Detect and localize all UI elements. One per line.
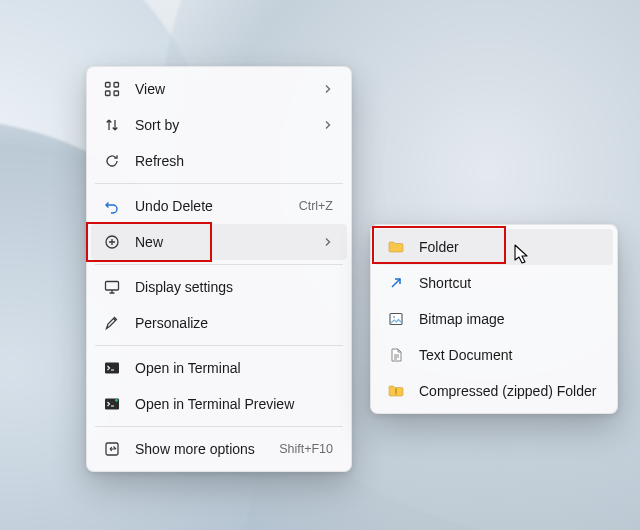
desktop-context-menu: View Sort by Refresh Undo Dele <box>86 66 352 472</box>
text-document-icon <box>387 346 405 364</box>
svg-rect-2 <box>106 91 111 96</box>
menu-item-label: Undo Delete <box>135 198 289 214</box>
menu-item-label: Shortcut <box>419 275 599 291</box>
menu-item-accelerator: Ctrl+Z <box>299 199 333 213</box>
display-icon <box>103 278 121 296</box>
more-options-icon <box>103 440 121 458</box>
chevron-right-icon <box>323 120 333 130</box>
bitmap-image-icon <box>387 310 405 328</box>
svg-rect-3 <box>114 91 119 96</box>
menu-item-refresh[interactable]: Refresh <box>91 143 347 179</box>
svg-point-11 <box>393 316 395 318</box>
refresh-icon <box>103 152 121 170</box>
personalize-icon <box>103 314 121 332</box>
menu-item-label: Sort by <box>135 117 313 133</box>
submenu-item-text-document[interactable]: Text Document <box>375 337 613 373</box>
menu-item-label: Display settings <box>135 279 333 295</box>
view-icon <box>103 80 121 98</box>
submenu-item-shortcut[interactable]: Shortcut <box>375 265 613 301</box>
chevron-right-icon <box>323 84 333 94</box>
menu-item-label: Folder <box>419 239 599 255</box>
svg-rect-0 <box>106 83 111 88</box>
menu-item-undo-delete[interactable]: Undo Delete Ctrl+Z <box>91 188 347 224</box>
undo-icon <box>103 197 121 215</box>
menu-separator <box>95 426 343 427</box>
menu-item-sort-by[interactable]: Sort by <box>91 107 347 143</box>
menu-item-label: Personalize <box>135 315 333 331</box>
menu-item-label: View <box>135 81 313 97</box>
sort-icon <box>103 116 121 134</box>
terminal-icon <box>103 359 121 377</box>
menu-item-label: Open in Terminal <box>135 360 333 376</box>
menu-separator <box>95 183 343 184</box>
menu-item-label: New <box>135 234 313 250</box>
menu-item-open-in-terminal-preview[interactable]: Open in Terminal Preview <box>91 386 347 422</box>
svg-rect-1 <box>114 83 119 88</box>
svg-rect-5 <box>106 282 119 291</box>
svg-point-8 <box>115 399 118 402</box>
menu-item-label: Refresh <box>135 153 333 169</box>
zip-folder-icon <box>387 382 405 400</box>
menu-item-label: Bitmap image <box>419 311 599 327</box>
submenu-item-bitmap-image[interactable]: Bitmap image <box>375 301 613 337</box>
menu-item-personalize[interactable]: Personalize <box>91 305 347 341</box>
submenu-item-folder[interactable]: Folder <box>375 229 613 265</box>
menu-item-label: Open in Terminal Preview <box>135 396 333 412</box>
menu-separator <box>95 345 343 346</box>
chevron-right-icon <box>323 237 333 247</box>
menu-item-open-in-terminal[interactable]: Open in Terminal <box>91 350 347 386</box>
new-submenu: Folder Shortcut Bitmap image Text Docume… <box>370 224 618 414</box>
menu-item-view[interactable]: View <box>91 71 347 107</box>
shortcut-icon <box>387 274 405 292</box>
menu-item-display-settings[interactable]: Display settings <box>91 269 347 305</box>
menu-item-label: Compressed (zipped) Folder <box>419 383 599 399</box>
menu-item-show-more-options[interactable]: Show more options Shift+F10 <box>91 431 347 467</box>
submenu-item-compressed-folder[interactable]: Compressed (zipped) Folder <box>375 373 613 409</box>
menu-item-label: Text Document <box>419 347 599 363</box>
menu-item-accelerator: Shift+F10 <box>279 442 333 456</box>
svg-rect-6 <box>105 363 119 374</box>
terminal-preview-icon <box>103 395 121 413</box>
menu-separator <box>95 264 343 265</box>
menu-item-new[interactable]: New <box>91 224 347 260</box>
menu-item-label: Show more options <box>135 441 269 457</box>
folder-icon <box>387 238 405 256</box>
plus-circle-icon <box>103 233 121 251</box>
